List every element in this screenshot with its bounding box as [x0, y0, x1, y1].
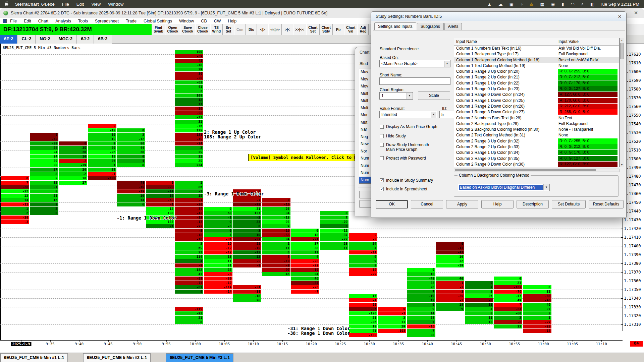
- toolbar-button-con[interactable]: Con: [234, 24, 246, 35]
- input-row[interactable]: Column 2 Range 3 Up Color (In:32)R: 0, G…: [454, 138, 619, 144]
- chart-tab-cl-2[interactable]: CL-2: [17, 35, 36, 44]
- checkbox-protect-with-password[interactable]: Protect with Password: [380, 156, 426, 161]
- checkbox-box[interactable]: ✓: [380, 178, 384, 182]
- play-icon[interactable]: ◉: [551, 2, 555, 7]
- warning-icon[interactable]: ⚠: [530, 2, 534, 7]
- app-menu-cb[interactable]: CB: [201, 19, 207, 23]
- sc roll-down-icon[interactable]: ▼: [620, 163, 624, 167]
- study-list-item[interactable]: Neg: [359, 133, 371, 141]
- toolbar-button-chartstdy[interactable]: ChartStdy: [320, 24, 333, 35]
- battery-icon[interactable]: ▮: [561, 2, 564, 7]
- checkbox-box[interactable]: [380, 134, 384, 138]
- apply-button[interactable]: Apply: [446, 200, 478, 208]
- menu-clock[interactable]: Tue Sep 9 12:11 PM: [600, 2, 639, 7]
- input-row[interactable]: Column 2 Range 0 Up Color (In:35)R: 0, G…: [454, 156, 619, 162]
- input-row[interactable]: Column 1 Numbers Bars Text (In:16)Ask Vo…: [454, 46, 619, 51]
- input-row[interactable]: Column 2 Text Coloring Method (In:31)Non…: [454, 132, 619, 138]
- input-row[interactable]: Column 2 Background Coloring Method (In:…: [454, 127, 619, 132]
- toolbar-button-ptr[interactable]: Ptr: [333, 24, 344, 35]
- tab-alerts[interactable]: Alerts: [444, 23, 462, 30]
- toolbar-button-adjreg[interactable]: AdjReg: [357, 24, 369, 35]
- study-list-item[interactable]: Nar: [359, 126, 371, 133]
- help-button[interactable]: Help: [481, 200, 514, 208]
- toolbar-button-tswind[interactable]: TSWind: [210, 24, 223, 35]
- tab-settings-and-inputs[interactable]: Settings and Inputs: [374, 22, 416, 30]
- input-row[interactable]: Column 2 Range 2 Up Color (In:33)R: 0, G…: [454, 144, 619, 150]
- study-list-item[interactable]: Nor: [359, 148, 371, 155]
- toolbar-button-opencbook[interactable]: OpenCbook: [165, 24, 180, 35]
- study-list-item[interactable]: Mult: [359, 90, 371, 98]
- display-icon[interactable]: ▣: [509, 2, 514, 7]
- bottom-tab-2[interactable]: 6EU25_FUT_CME 5 Min #2 L:1: [83, 353, 151, 362]
- chart-tab-6j-2[interactable]: 6J-2: [77, 35, 94, 44]
- input-row[interactable]: Column 1 Range 2 Up Color (In:21)R: 0, G…: [454, 74, 619, 80]
- chart-tab-6b-2[interactable]: 6B-2: [94, 35, 112, 44]
- study-list-item[interactable]: Mult: [359, 97, 371, 105]
- app-menu-chart[interactable]: Chart: [38, 19, 49, 23]
- app-menu-tools[interactable]: Tools: [78, 19, 88, 23]
- study-list-item[interactable]: Mut: [359, 119, 371, 126]
- study-list-item[interactable]: Num: [359, 177, 371, 184]
- app-menu-file[interactable]: File: [10, 19, 17, 23]
- bottom-tab-3[interactable]: 6EU25_FUT_CME 5 Min #3 L:1: [166, 353, 233, 362]
- study-list-item[interactable]: Num: [359, 169, 371, 177]
- study-list-item[interactable]: Mult: [359, 105, 371, 112]
- toolbar-button-chartset[interactable]: ChartSet: [306, 24, 319, 35]
- input-row[interactable]: Column 2 Range 0 Down Color (In:36)R: 12…: [454, 162, 619, 167]
- inputs-vertical-scrollbar[interactable]: ▲ ▼: [620, 38, 624, 167]
- watch-icon[interactable]: ◔: [520, 2, 523, 7]
- chart-tab-mgc-2[interactable]: MGC-2: [54, 35, 77, 44]
- toolbar-button-[interactable]: >|<: [282, 24, 293, 35]
- app-menu-window[interactable]: Window: [179, 19, 194, 23]
- macos-menu-window[interactable]: Window: [108, 2, 123, 7]
- toolbar-button-chartval[interactable]: ChartVal: [344, 24, 357, 35]
- toolbar-button-closecbook[interactable]: CloseCbook: [195, 24, 210, 35]
- chart-tab-ng-2[interactable]: NG-2: [36, 35, 54, 44]
- toolbar-button-srvset[interactable]: SrvSet: [223, 24, 234, 35]
- study-list-item[interactable]: Mov: [359, 83, 371, 90]
- bottom-tab-1[interactable]: 6EU25_FUT_CME 5 Min #1 L:1: [0, 353, 68, 362]
- control-center-icon[interactable]: ◧: [590, 2, 594, 7]
- checkbox-box[interactable]: [380, 125, 384, 129]
- chart-tab-6e-2[interactable]: 6E-2: [0, 35, 17, 44]
- checkbox-box[interactable]: ✓: [380, 187, 384, 191]
- description-button[interactable]: Description: [517, 200, 549, 208]
- input-row[interactable]: Column 1 Range 3 Down Color (In:27)R: 25…: [454, 109, 619, 115]
- app-menu-analysis[interactable]: Analysis: [55, 19, 71, 23]
- input-row[interactable]: Column 1 Range 2 Down Color (In:26)R: 21…: [454, 104, 619, 109]
- macos-menu-view[interactable]: View: [91, 2, 101, 7]
- study-list-item[interactable]: Num: [359, 155, 371, 162]
- macos-menu-file[interactable]: File: [62, 2, 69, 7]
- dialog-close-icon[interactable]: ✕: [618, 14, 622, 19]
- input-row[interactable]: Column 1 Range 1 Down Color (In:25)R: 17…: [454, 98, 619, 104]
- tab-subgraphs[interactable]: Subgraphs: [417, 23, 444, 30]
- cloud-icon[interactable]: ☁: [498, 2, 503, 7]
- based-on-combo[interactable]: <Main Price Graph>▼: [379, 60, 450, 67]
- input-row[interactable]: Column 1 Range 3 Up Color (In:20)R: 0, G…: [454, 69, 619, 74]
- study-list-item[interactable]: Mov: [359, 76, 371, 83]
- apple-icon[interactable]: [5, 1, 9, 7]
- toolbar-button-[interactable]: <|>: [257, 24, 268, 35]
- input-row[interactable]: Column 2 Range 1 Up Color (In:34)R: 0, G…: [454, 150, 619, 156]
- wifi-icon[interactable]: ◠: [571, 2, 574, 7]
- toolbar-button-[interactable]: <<|>>: [268, 24, 281, 35]
- keyboard-icon[interactable]: ▦: [540, 2, 544, 7]
- search-icon[interactable]: ⌕: [581, 1, 584, 7]
- toolbar-button-savecbook[interactable]: SaveCbook: [180, 24, 195, 35]
- app-menu-edit[interactable]: Edit: [24, 19, 31, 23]
- input-row[interactable]: Column 1 Range 0 Down Color (In:24)R: 12…: [454, 92, 619, 98]
- input-row[interactable]: Column 1 Range 0 Up Color (In:23)R: 0, G…: [454, 86, 619, 92]
- app-menu-cw[interactable]: CW: [214, 19, 221, 23]
- toolbar-button-findsymb[interactable]: FindSymb: [152, 24, 165, 35]
- app-menu-global-settings[interactable]: Global Settings: [144, 19, 172, 23]
- scrollbar-thumb[interactable]: [620, 43, 624, 59]
- studies-button-2[interactable]: [359, 200, 371, 208]
- study-list-item[interactable]: Num: [359, 162, 371, 170]
- rollover-tooltip[interactable]: [Volume] Symbol needs Rollover. Click to…: [248, 154, 355, 161]
- short-name-input[interactable]: [379, 77, 450, 85]
- checkbox-hide-study[interactable]: Hide Study: [380, 134, 406, 138]
- toolbar-button-dis[interactable]: Dis: [246, 24, 257, 35]
- checkbox-box[interactable]: [380, 156, 384, 160]
- app-menu-help[interactable]: Help: [228, 19, 237, 23]
- study-list-item[interactable]: New: [359, 140, 371, 148]
